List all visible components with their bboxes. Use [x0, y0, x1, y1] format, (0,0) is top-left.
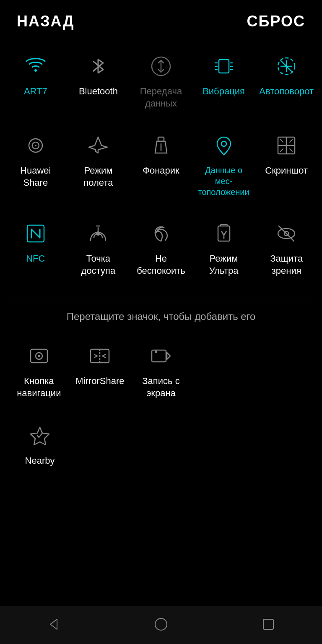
item-airplane[interactable]: Режим полета [71, 126, 125, 202]
airplane-label: Режим полета [73, 165, 123, 189]
item-data-transfer[interactable]: Передача данных [134, 47, 188, 114]
airplane-icon [83, 130, 113, 161]
huawei-share-label: Huawei Share [10, 165, 61, 189]
item-vibration[interactable]: Вибрация [197, 47, 251, 114]
active-items-grid: ART7 Bluetooth [0, 39, 322, 293]
item-nfc[interactable]: NFC [8, 214, 63, 281]
bluetooth-label: Bluetooth [79, 86, 118, 98]
item-hotspot[interactable]: Точка доступа [71, 214, 125, 281]
data-transfer-label: Передача данных [136, 86, 186, 109]
svg-point-23 [221, 141, 226, 146]
svg-point-38 [38, 355, 40, 357]
screen-record-icon [146, 341, 176, 371]
item-huawei-share[interactable]: Huawei Share [8, 126, 63, 202]
dnd-icon [146, 218, 176, 249]
item-eye-protection[interactable]: Защита зрения [259, 214, 314, 281]
location-label: Данные о мес­тоположении [198, 165, 249, 197]
svg-point-45 [155, 618, 167, 630]
divider-1 [8, 298, 314, 298]
item-autorotate[interactable]: Автоповорот [259, 47, 314, 114]
nfc-label: NFC [26, 253, 45, 265]
flashlight-icon [146, 130, 176, 161]
nav-bar [0, 606, 322, 644]
mirror-share-icon [85, 341, 115, 371]
wifi-icon [21, 51, 51, 81]
nav-button-icon [24, 341, 54, 371]
screenshot-icon [271, 130, 301, 161]
mirror-share-label: MirrorShare [75, 375, 124, 387]
autorotate-label: Автоповорот [259, 86, 314, 98]
svg-rect-21 [158, 137, 164, 141]
grid-row-3: NFC Точка доступа [0, 210, 322, 289]
item-location[interactable]: Данные о мес­тоположении [197, 126, 251, 202]
item-ultra-mode[interactable]: Режим Ультра [197, 214, 251, 281]
header: НАЗАД СБРОС [0, 0, 322, 39]
vibration-icon [209, 51, 239, 81]
nearby-icon [25, 421, 55, 451]
svg-point-42 [155, 351, 157, 353]
svg-point-20 [35, 145, 36, 146]
item-screen-record[interactable]: Запись с экрана [134, 337, 188, 403]
screenshot-label: Скриншот [265, 165, 308, 177]
svg-marker-43 [167, 353, 170, 359]
reset-button[interactable]: СБРОС [247, 13, 305, 30]
item-mirror-share[interactable]: MirrorShare [73, 337, 127, 403]
hotspot-label: Точка доступа [73, 253, 123, 277]
item-art7[interactable]: ART7 [8, 47, 63, 114]
svg-rect-46 [263, 619, 273, 629]
svg-point-0 [34, 69, 37, 72]
extra-items-grid: Кнопка навигации MirrorShare [0, 332, 322, 479]
screen-record-label: Запись с экрана [136, 375, 186, 399]
item-screenshot[interactable]: Скриншот [259, 126, 314, 202]
eye-protection-label: Защита зрения [261, 253, 312, 277]
nearby-label: Nearby [25, 455, 55, 467]
grid-row-1: ART7 Bluetooth [0, 43, 322, 122]
item-dnd[interactable]: Не беспокоить [134, 214, 188, 281]
huawei-share-icon [21, 130, 51, 161]
nav-back-button[interactable] [33, 610, 75, 641]
eye-protection-icon [271, 218, 301, 249]
grid-row-2: Huawei Share Режим полета [0, 122, 322, 210]
autorotate-icon [271, 51, 301, 81]
ultra-mode-label: Режим Ультра [199, 253, 249, 277]
item-flashlight[interactable]: Фонарик [134, 126, 188, 202]
ultra-mode-icon [209, 218, 239, 249]
back-button[interactable]: НАЗАД [17, 13, 75, 30]
dnd-label: Не беспокоить [136, 253, 186, 277]
vibration-label: Вибрация [203, 86, 245, 98]
art7-label: ART7 [24, 86, 47, 98]
hotspot-icon [83, 218, 113, 249]
item-bluetooth[interactable]: Bluetooth [71, 47, 125, 114]
nav-home-button[interactable] [140, 610, 182, 641]
extra-row-1: Кнопка навигации MirrorShare [4, 332, 318, 412]
bluetooth-icon [83, 51, 113, 81]
item-nearby[interactable]: Nearby [13, 416, 67, 471]
nfc-icon [21, 218, 51, 249]
flashlight-label: Фонарик [143, 165, 179, 177]
data-transfer-icon [146, 51, 176, 81]
nav-recents-button[interactable] [247, 610, 289, 641]
extra-row-2: Nearby [4, 412, 318, 480]
drag-hint: Перетащите значок, чтобы добавить его [0, 302, 322, 332]
item-nav-button[interactable]: Кнопка навигации [12, 337, 66, 403]
svg-rect-41 [152, 350, 166, 362]
location-icon [209, 130, 239, 161]
svg-marker-44 [50, 619, 57, 629]
nav-button-label: Кнопка навигации [14, 375, 64, 399]
svg-rect-7 [219, 60, 229, 73]
